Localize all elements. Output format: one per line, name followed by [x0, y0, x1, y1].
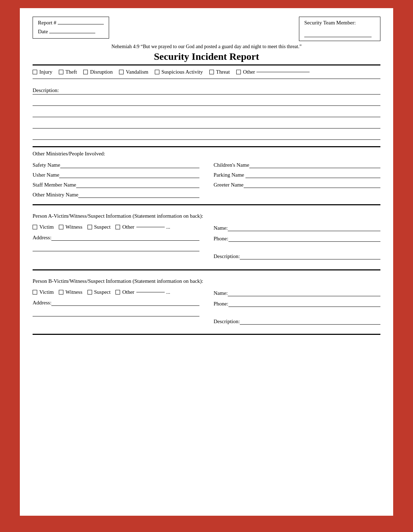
b-witness-label: Witness [66, 289, 83, 295]
incident-type-injury[interactable]: Injury [33, 69, 52, 75]
person-a-right: Name: Phone: Description: [214, 224, 380, 263]
person-a-grid: Victim Witness Suspect Other ... [33, 224, 380, 263]
suspicious-checkbox[interactable] [155, 70, 159, 74]
person-a-name-row: Name: [214, 224, 380, 231]
other-field[interactable] [256, 72, 310, 72]
incident-type-disruption[interactable]: Disruption [83, 69, 113, 75]
parking-name-field[interactable] [245, 171, 380, 178]
usher-name-label: Usher Name [33, 172, 59, 178]
ministries-grid: Safety Name Usher Name Staff Member Name… [33, 161, 380, 201]
person-b-victim[interactable]: Victim [33, 289, 54, 295]
incident-type-suspicious[interactable]: Suspicious Activity [155, 69, 203, 75]
date-label: Date [38, 29, 48, 34]
incident-type-theft[interactable]: Theft [59, 69, 77, 75]
disruption-checkbox[interactable] [83, 70, 88, 74]
b-victim-checkbox[interactable] [33, 290, 37, 294]
person-b-phone-field[interactable] [228, 300, 380, 307]
b-other-checkbox[interactable] [115, 290, 120, 294]
person-a-address-line2[interactable] [33, 244, 199, 251]
greeter-name-field[interactable] [244, 181, 380, 188]
person-a-desc-field[interactable] [240, 252, 380, 259]
person-b-name-field[interactable] [228, 289, 380, 296]
person-a-address-label: Address: [33, 235, 51, 241]
disruption-label: Disruption [90, 69, 113, 75]
theft-label: Theft [66, 69, 77, 75]
injury-checkbox[interactable] [33, 70, 37, 74]
security-team-label: Security Team Member: [304, 20, 375, 26]
person-a-other[interactable]: Other ... [115, 224, 170, 230]
a-suspect-checkbox[interactable] [87, 225, 92, 229]
person-b-name-label: Name: [214, 290, 228, 296]
date-field[interactable] [49, 33, 95, 33]
incident-type-threat[interactable]: Threat [209, 69, 230, 75]
main-title: Security Incident Report [33, 51, 380, 62]
person-b-phone-row: Phone: [214, 300, 380, 307]
safety-name-label: Safety Name [33, 162, 60, 168]
person-a-desc-row: Description: [214, 252, 380, 259]
other-ministry-field[interactable] [78, 191, 199, 198]
incident-type-vandalism[interactable]: Vandalism [119, 69, 148, 75]
other-ministry-label: Other Ministry Name [33, 192, 78, 198]
person-b-right: Name: Phone: Description: [214, 289, 380, 328]
other-label: Other [243, 69, 255, 75]
person-a-name-field[interactable] [228, 224, 380, 231]
person-a-phone-field[interactable] [228, 235, 380, 242]
person-a-spacer [214, 245, 380, 252]
a-other-checkbox[interactable] [115, 225, 120, 229]
staff-name-field[interactable] [76, 181, 199, 188]
b-other-field[interactable] [136, 292, 165, 292]
b-suspect-checkbox[interactable] [87, 290, 92, 294]
section-divider-1 [33, 146, 380, 147]
b-witness-checkbox[interactable] [59, 290, 63, 294]
vandalism-checkbox[interactable] [119, 70, 124, 74]
person-b-other[interactable]: Other ... [115, 289, 170, 295]
person-a-desc-label: Description: [214, 253, 240, 259]
person-a-suspect[interactable]: Suspect [87, 224, 111, 230]
a-witness-checkbox[interactable] [59, 225, 63, 229]
person-b-section: Person B-Victim/Witness/Suspect Informat… [33, 274, 380, 331]
security-team-field[interactable] [304, 31, 372, 37]
desc-line-4 [33, 119, 380, 128]
person-b-address-field[interactable] [51, 299, 199, 306]
children-name-row: Children's Name [214, 161, 380, 168]
person-a-left: Victim Witness Suspect Other ... [33, 224, 199, 263]
children-name-field[interactable] [249, 161, 380, 168]
a-other-field[interactable] [136, 227, 165, 227]
threat-checkbox[interactable] [209, 70, 214, 74]
usher-name-row: Usher Name [33, 171, 199, 178]
vandalism-label: Vandalism [126, 69, 148, 75]
report-box: Report # Date [33, 17, 109, 39]
a-victim-checkbox[interactable] [33, 225, 37, 229]
usher-name-field[interactable] [59, 171, 199, 178]
top-row: Report # Date Security Team Member: [33, 17, 380, 41]
person-a-address-field[interactable] [51, 234, 199, 241]
a-victim-label: Victim [39, 224, 54, 230]
person-a-witness[interactable]: Witness [59, 224, 83, 230]
person-b-address-line2[interactable] [33, 309, 199, 316]
person-b-suspect[interactable]: Suspect [87, 289, 111, 295]
person-b-desc-field[interactable] [240, 318, 380, 325]
suspicious-label: Suspicious Activity [162, 69, 203, 75]
greeter-name-label: Greeter Name [214, 182, 244, 188]
ministries-right: Children's Name Parking Name Greeter Nam… [214, 161, 380, 201]
person-b-types: Victim Witness Suspect Other ... [33, 289, 199, 295]
report-num-field[interactable] [58, 24, 104, 24]
other-checkbox[interactable] [236, 70, 241, 74]
incident-type-other[interactable]: Other [236, 69, 310, 75]
security-team-box: Security Team Member: [299, 17, 380, 41]
person-b-address-row: Address: [33, 299, 199, 306]
person-a-header: Person A-Victim/Witness/Suspect Informat… [33, 213, 380, 219]
person-b-witness[interactable]: Witness [59, 289, 83, 295]
greeter-name-row: Greeter Name [214, 181, 380, 188]
b-other-label: Other [122, 289, 134, 295]
injury-label: Injury [39, 69, 52, 75]
person-a-phone-label: Phone: [214, 236, 228, 242]
quote-text: Nehemiah 4:9 “But we prayed to our God a… [33, 44, 380, 50]
person-a-victim[interactable]: Victim [33, 224, 54, 230]
theft-checkbox[interactable] [59, 70, 63, 74]
person-b-phone-label: Phone: [214, 301, 228, 307]
parking-name-label: Parking Name [214, 172, 245, 178]
safety-name-field[interactable] [60, 161, 199, 168]
person-a-name-label: Name: [214, 225, 228, 231]
b-other-dots: ... [166, 289, 170, 295]
